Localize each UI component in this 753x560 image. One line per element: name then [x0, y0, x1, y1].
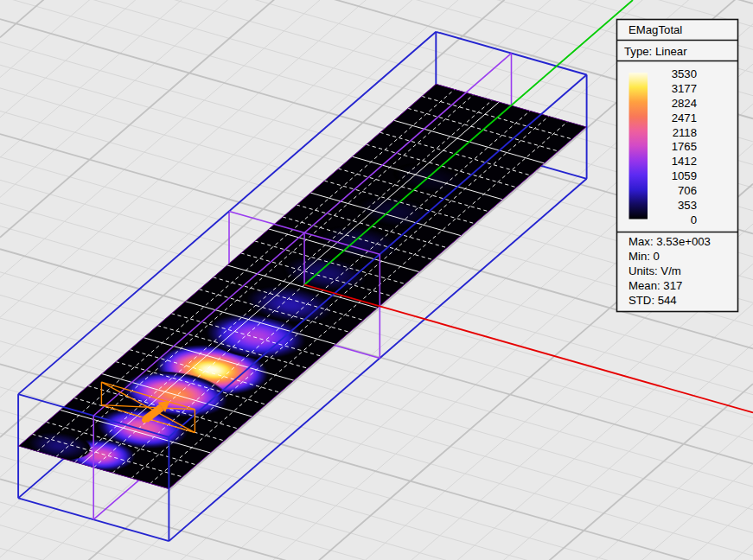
svg-text:2118: 2118 — [673, 126, 697, 139]
svg-text:3177: 3177 — [672, 82, 697, 95]
svg-text:EMagTotal: EMagTotal — [629, 23, 682, 36]
svg-text:3530: 3530 — [672, 67, 697, 80]
svg-text:2471: 2471 — [672, 111, 697, 124]
svg-text:1765: 1765 — [672, 140, 697, 153]
svg-text:Mean: 317: Mean: 317 — [629, 279, 682, 292]
svg-text:Max: 3.53e+003: Max: 3.53e+003 — [629, 235, 711, 248]
svg-text:STD: 544: STD: 544 — [629, 294, 677, 307]
svg-text:Min: 0: Min: 0 — [629, 250, 660, 263]
svg-text:Type: Linear: Type: Linear — [624, 45, 687, 58]
svg-text:1059: 1059 — [672, 169, 697, 182]
svg-text:353: 353 — [678, 199, 697, 212]
svg-text:0: 0 — [691, 213, 697, 226]
svg-text:Units: V/m: Units: V/m — [629, 264, 681, 277]
svg-text:706: 706 — [678, 184, 697, 197]
svg-text:1412: 1412 — [672, 155, 697, 168]
svg-text:2824: 2824 — [672, 97, 697, 110]
